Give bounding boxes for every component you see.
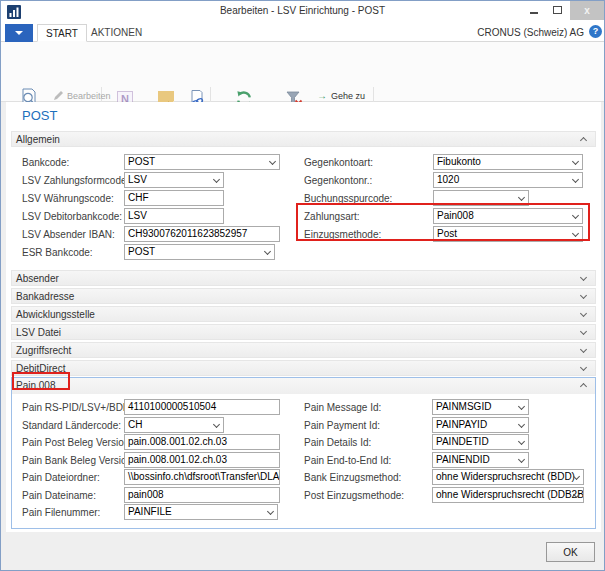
go-to-arrow-icon: → [315,90,329,101]
section-header-lsv-datei[interactable]: LSV Datei [11,324,596,340]
section-header-allgemein[interactable]: Allgemein [11,131,596,147]
section-header-debitdirect[interactable]: DebitDirect [11,360,596,376]
maximize-button[interactable] [546,1,569,18]
ribbon: Ansicht Bearbeiten Neu ✕ Löschen Verwalt… [1,42,604,102]
lsv-waehrungscode-field[interactable]: CHF [124,190,224,206]
maximize-icon [553,6,562,14]
pain-filenummer-label: Pain Filenummer: [22,506,100,519]
lsv-waehrungscode-label: LSV Währungscode: [22,192,114,205]
section-header-bankadresse[interactable]: Bankadresse [11,288,596,304]
section-header-pain008[interactable]: Pain.008 [12,378,595,394]
bank-einzugsmethod-dropdown[interactable]: ohne Widerspruchsrecht (BDD) [432,469,584,485]
application-menu-button[interactable] [5,24,33,42]
standard-laendercode-dropdown[interactable]: CH [124,417,224,433]
gegenkontoart-dropdown[interactable]: Fibukonto [433,154,583,170]
zahlungsart-dropdown[interactable]: Pain008 [433,208,583,224]
einzugsmethode-dropdown[interactable]: Post [433,226,583,242]
section-header-zugriffsrecht[interactable]: Zugriffsrecht [11,342,596,358]
chevron-down-icon [15,31,23,35]
chevron-down-icon [518,194,525,201]
esr-bankcode-label: ESR Bankcode: [22,246,93,259]
ok-button[interactable]: OK [546,542,595,562]
pain-filenummer-dropdown[interactable]: PAINFILE [124,504,278,520]
standard-laendercode-label: Standard Ländercode: [22,419,121,432]
chevron-up-icon [580,137,587,144]
chevron-down-icon [580,274,587,281]
bank-einzugsmethod-label: Bank Einzugsmethod: [304,471,401,484]
pain-payment-id-dropdown[interactable]: PAINPAYID [432,417,529,433]
gegenkontoart-label: Gegenkontoart: [304,156,373,169]
lsv-debitorbankcode-field[interactable]: LSV [124,208,224,224]
pain-dateiordner-label: Pain Dateiordner: [22,471,100,484]
pain-end-to-end-id-dropdown[interactable]: PAINENDID [432,452,529,468]
lsv-zahlungsformcode-label: LSV Zahlungsformcode: [22,174,129,187]
pain-end-to-end-id-label: Pain End-to-End Id: [304,454,391,467]
gegenkontonr-label: Gegenkontonr.: [304,174,372,187]
dynamics-nav-app-icon [7,5,21,19]
esr-bankcode-dropdown[interactable]: POST [124,244,275,260]
chevron-down-icon [580,364,587,371]
pencil-icon [51,90,65,101]
pain-post-beleg-version-field[interactable]: pain.008.001.02.ch.03 [124,434,280,450]
titlebar: Bearbeiten - LSV Einrichtung - POST x [1,1,604,23]
lsv-absender-iban-label: LSV Absender IBAN: [22,228,115,241]
post-einzugsmethode-dropdown[interactable]: ohne Widerspruchsrecht (DDB2B) [432,487,584,503]
close-icon: x [584,5,590,16]
lsv-debitorbankcode-label: LSV Debitorbankcode: [22,210,122,223]
section-header-absender[interactable]: Absender [11,270,596,286]
pain-details-id-dropdown[interactable]: PAINDETID [432,434,529,450]
minimize-icon [530,12,538,14]
chevron-down-icon [580,292,587,299]
pain-bank-beleg-version-field[interactable]: pain.008.001.02.ch.03 [124,452,280,468]
buchungsspurcode-label: Buchungsspurcode: [304,192,392,205]
window-title: Bearbeiten - LSV Einrichtung - POST [121,5,484,16]
company-name: CRONUS (Schweiz) AG [477,27,584,38]
pain-message-id-dropdown[interactable]: PAINMSGID [432,399,529,415]
pain-message-id-label: Pain Message Id: [304,401,381,414]
pain-dateiordner-field[interactable]: \\bossinfo.ch\dfsroot\Transfer\DLA\ [124,469,280,485]
lsv-zahlungsformcode-dropdown[interactable]: LSV [124,172,224,188]
tab-start[interactable]: START [37,24,87,42]
gehe-zu-button[interactable]: → Gehe zu [315,89,365,102]
pain-payment-id-label: Pain Payment Id: [304,419,380,432]
post-einzugsmethode-label: Post Einzugsmethode: [304,489,404,502]
chevron-down-icon [580,346,587,353]
pain-bank-beleg-version-label: Pain Bank Beleg Version: [22,454,135,467]
window: Bearbeiten - LSV Einrichtung - POST x ST… [0,0,605,571]
lsv-absender-iban-field[interactable]: CH9300762011623852957 [124,226,280,242]
chevron-down-icon [580,328,587,335]
buchungsspurcode-dropdown[interactable] [433,190,529,206]
gegenkontonr-dropdown[interactable]: 1020 [433,172,583,188]
pain-rs-pid-field[interactable]: 4110100000510504 [124,399,280,415]
zahlungsart-label: Zahlungsart: [304,210,360,223]
pain-dateiname-field[interactable]: pain008 [124,487,280,503]
bankcode-label: Bankcode: [22,156,69,169]
pain-dateiname-label: Pain Dateiname: [22,489,96,502]
bearbeiten-button[interactable]: Bearbeiten [51,89,111,102]
einzugsmethode-label: Einzugsmethode: [304,228,381,241]
minimize-button[interactable] [522,1,545,18]
chevron-down-icon [580,310,587,317]
close-button[interactable]: x [570,1,604,20]
help-icon[interactable]: ? [589,25,602,38]
page-title: POST [22,108,57,123]
section-header-abwicklungsstelle[interactable]: Abwicklungsstelle [11,306,596,322]
pain-post-beleg-version-label: Pain Post Beleg Version: [22,436,132,449]
chevron-up-icon [580,383,587,390]
bankcode-dropdown[interactable]: POST [124,154,280,170]
pain-details-id-label: Pain Details Id: [304,436,371,449]
tab-aktionen[interactable]: AKTIONEN [83,24,150,42]
